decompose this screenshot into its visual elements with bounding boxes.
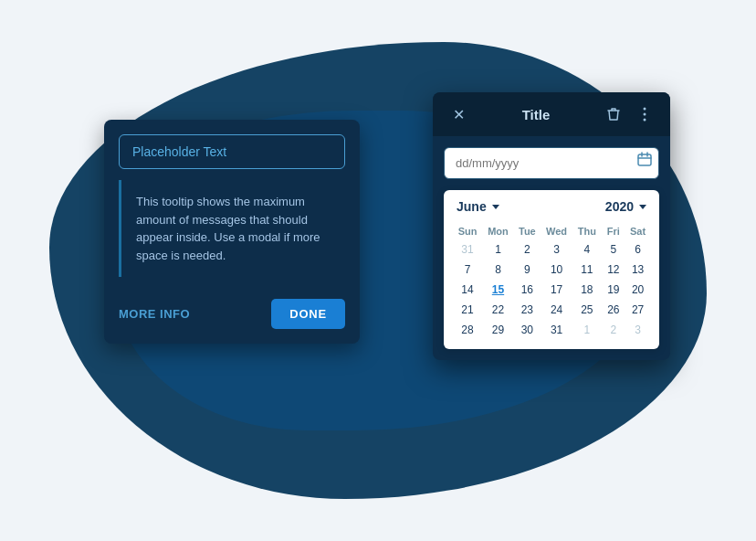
calendar-day[interactable]: 23 [514, 300, 541, 320]
tooltip-text: This tooltip shows the maximum amount of… [136, 195, 320, 262]
more-icon [643, 107, 646, 122]
month-selector[interactable]: June [457, 199, 499, 214]
calendar-nav: June 2020 [453, 199, 650, 214]
calendar-table: SunMonTueWedThuFriSat 311234567891011121… [453, 223, 650, 340]
calendar-day[interactable]: 7 [453, 260, 482, 280]
weekday-header: Sun [453, 223, 482, 239]
calendar-header: SunMonTueWedThuFriSat [453, 223, 650, 239]
svg-point-1 [644, 113, 646, 116]
tooltip-footer: MORE INFO DONE [104, 288, 360, 344]
weekday-header: Wed [541, 223, 573, 239]
calendar-day[interactable]: 17 [541, 280, 573, 300]
calendar-day[interactable]: 2 [514, 239, 541, 260]
weekday-header: Tue [514, 223, 541, 239]
more-info-button[interactable]: MORE INFO [119, 307, 190, 321]
calendar-day[interactable]: 22 [482, 300, 514, 320]
ui-container: This tooltip shows the maximum amount of… [86, 65, 670, 476]
close-button[interactable]: ✕ [447, 103, 469, 125]
calendar-day[interactable]: 6 [625, 239, 650, 260]
calendar-day[interactable]: 28 [453, 320, 482, 340]
calendar-week-row: 31123456 [453, 239, 650, 260]
calendar-day[interactable]: 18 [572, 280, 601, 300]
calendar-day[interactable]: 4 [572, 239, 601, 260]
calendar-day[interactable]: 15 [482, 280, 514, 300]
svg-point-0 [644, 108, 646, 111]
weekday-header: Mon [482, 223, 514, 239]
more-options-button[interactable] [634, 103, 656, 125]
calendar-day[interactable]: 10 [541, 260, 573, 280]
calendar-day[interactable]: 20 [625, 280, 650, 300]
calendar-day[interactable]: 24 [541, 300, 573, 320]
tooltip-body: This tooltip shows the maximum amount of… [119, 180, 345, 277]
calendar-body: 3112345678910111213141516171819202122232… [453, 239, 650, 340]
year-chevron-icon [639, 205, 646, 209]
svg-point-2 [644, 119, 646, 122]
calendar-day[interactable]: 21 [453, 300, 482, 320]
calendar-day[interactable]: 30 [514, 320, 541, 340]
calendar-day[interactable]: 3 [541, 239, 573, 260]
date-input-wrapper [433, 136, 670, 185]
tooltip-card: This tooltip shows the maximum amount of… [104, 120, 360, 344]
modal-header: ✕ Title [433, 92, 670, 136]
calendar-day: 2 [601, 320, 625, 340]
calendar-day[interactable]: 29 [482, 320, 514, 340]
calendar-day[interactable]: 19 [601, 280, 625, 300]
modal-header-icons [603, 103, 656, 125]
trash-button[interactable] [603, 103, 625, 125]
calendar-day[interactable]: 1 [482, 239, 514, 260]
calendar-day[interactable]: 13 [625, 260, 650, 280]
tooltip-input-wrapper [104, 120, 360, 169]
calendar-day[interactable]: 9 [514, 260, 541, 280]
calendar-day: 1 [572, 320, 601, 340]
calendar-day: 31 [453, 239, 482, 260]
done-button[interactable]: DONE [271, 299, 345, 329]
month-chevron-icon [492, 205, 499, 209]
calendar-day[interactable]: 27 [625, 300, 650, 320]
year-selector[interactable]: 2020 [605, 199, 646, 214]
calendar-day[interactable]: 31 [541, 320, 573, 340]
calendar: June 2020 SunMonTueWedThuFriSat 31123456… [444, 190, 659, 349]
calendar-day[interactable]: 8 [482, 260, 514, 280]
weekday-header: Thu [572, 223, 601, 239]
calendar-week-row: 14151617181920 [453, 280, 650, 300]
calendar-day[interactable]: 25 [572, 300, 601, 320]
modal-title: Title [469, 107, 603, 122]
weekday-header: Sat [625, 223, 650, 239]
calendar-week-row: 28293031123 [453, 320, 650, 340]
calendar-day[interactable]: 12 [601, 260, 625, 280]
calendar-day[interactable]: 11 [572, 260, 601, 280]
month-label: June [457, 199, 487, 214]
calendar-day[interactable]: 16 [514, 280, 541, 300]
placeholder-input[interactable] [119, 134, 345, 169]
year-label: 2020 [605, 199, 634, 214]
weekday-header: Fri [601, 223, 625, 239]
modal-card: ✕ Title [433, 92, 670, 360]
calendar-week-row: 21222324252627 [453, 300, 650, 320]
calendar-week-row: 78910111213 [453, 260, 650, 280]
calendar-day[interactable]: 5 [601, 239, 625, 260]
calendar-day: 3 [625, 320, 650, 340]
calendar-day[interactable]: 14 [453, 280, 482, 300]
date-input[interactable] [444, 147, 659, 179]
trash-icon [607, 107, 620, 122]
calendar-day[interactable]: 26 [601, 300, 625, 320]
